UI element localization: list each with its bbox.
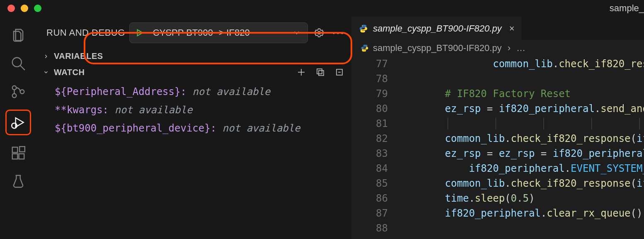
- watch-item[interactable]: **kwargs: not available: [55, 101, 351, 119]
- svg-point-20: [362, 25, 363, 26]
- svg-point-3: [12, 94, 17, 98]
- svg-rect-8: [12, 154, 18, 159]
- testing-icon[interactable]: [8, 171, 29, 192]
- tab-filename: sample_cyspp_BT900-IF820.py: [373, 23, 502, 34]
- code-editor[interactable]: 777879808182838485868788 common_lib.chec…: [351, 56, 644, 239]
- svg-point-21: [364, 31, 365, 32]
- chevron-right-icon: [42, 53, 50, 60]
- debug-config-selector[interactable]: CYSPP BT900 -> IF820: [129, 22, 308, 43]
- svg-point-2: [12, 86, 17, 90]
- watch-list: ${Peripheral_Address}: not available**kw…: [36, 81, 351, 137]
- activity-bar: [0, 17, 36, 239]
- svg-marker-12: [137, 30, 143, 36]
- svg-rect-16: [317, 69, 322, 74]
- remove-all-icon[interactable]: [333, 66, 346, 78]
- svg-point-4: [20, 90, 24, 94]
- variables-section-header[interactable]: VARIABLES: [36, 49, 351, 63]
- debug-config-name: CYSPP BT900 -> IF820: [150, 27, 286, 38]
- search-icon[interactable]: [8, 53, 29, 74]
- run-debug-title: RUN AND DEBUG: [46, 27, 125, 38]
- svg-point-0: [12, 58, 22, 67]
- run-debug-panel: RUN AND DEBUG CYSPP BT900 -> IF820: [36, 17, 351, 239]
- svg-line-1: [20, 66, 25, 70]
- editor-tabs: sample_cyspp_BT900-IF820.py ×: [351, 17, 644, 40]
- watch-section-header[interactable]: WATCH: [36, 63, 351, 81]
- python-file-icon: [361, 44, 369, 52]
- python-file-icon: [359, 24, 368, 33]
- more-actions-icon[interactable]: [330, 32, 346, 34]
- collapse-all-icon[interactable]: [314, 66, 327, 78]
- close-window-icon[interactable]: [7, 5, 15, 12]
- breadcrumb-more: …: [516, 43, 525, 54]
- minimize-window-icon[interactable]: [21, 5, 28, 12]
- close-tab-icon[interactable]: ×: [509, 23, 515, 34]
- svg-rect-17: [319, 71, 324, 76]
- breadcrumb-file: sample_cyspp_BT900-IF820.py: [373, 43, 502, 54]
- chevron-right-icon: ›: [508, 43, 511, 54]
- breadcrumb[interactable]: sample_cyspp_BT900-IF820.py › …: [351, 40, 644, 56]
- svg-rect-7: [12, 147, 18, 153]
- run-debug-icon[interactable]: [5, 110, 31, 135]
- start-debug-button[interactable]: [130, 28, 150, 37]
- chevron-down-icon: [42, 68, 50, 76]
- line-gutter: 777879808182838485868788: [351, 56, 397, 239]
- title-bar: sample_: [0, 0, 644, 17]
- editor-area: sample_cyspp_BT900-IF820.py × sample_cys…: [351, 17, 644, 239]
- variables-label: VARIABLES: [54, 51, 103, 61]
- svg-point-6: [12, 123, 17, 129]
- tab-active[interactable]: sample_cyspp_BT900-IF820.py ×: [351, 17, 522, 40]
- watch-item[interactable]: ${bt900_peripheral_device}: not availabl…: [55, 119, 351, 137]
- explorer-icon[interactable]: [8, 25, 29, 46]
- maximize-window-icon[interactable]: [34, 5, 41, 12]
- source-control-icon[interactable]: [8, 81, 29, 102]
- svg-rect-10: [19, 146, 25, 152]
- window-title: sample_: [610, 3, 644, 14]
- chevron-down-icon[interactable]: [286, 29, 307, 37]
- watch-item[interactable]: ${Peripheral_Address}: not available: [55, 83, 351, 101]
- svg-rect-9: [19, 154, 24, 159]
- watch-label: WATCH: [54, 68, 85, 77]
- extensions-icon[interactable]: [8, 143, 29, 163]
- add-expression-icon[interactable]: [295, 66, 307, 78]
- svg-point-13: [318, 32, 321, 34]
- gear-icon[interactable]: [312, 26, 326, 40]
- code-content[interactable]: common_lib.check_if820_response(if82 # I…: [397, 56, 644, 239]
